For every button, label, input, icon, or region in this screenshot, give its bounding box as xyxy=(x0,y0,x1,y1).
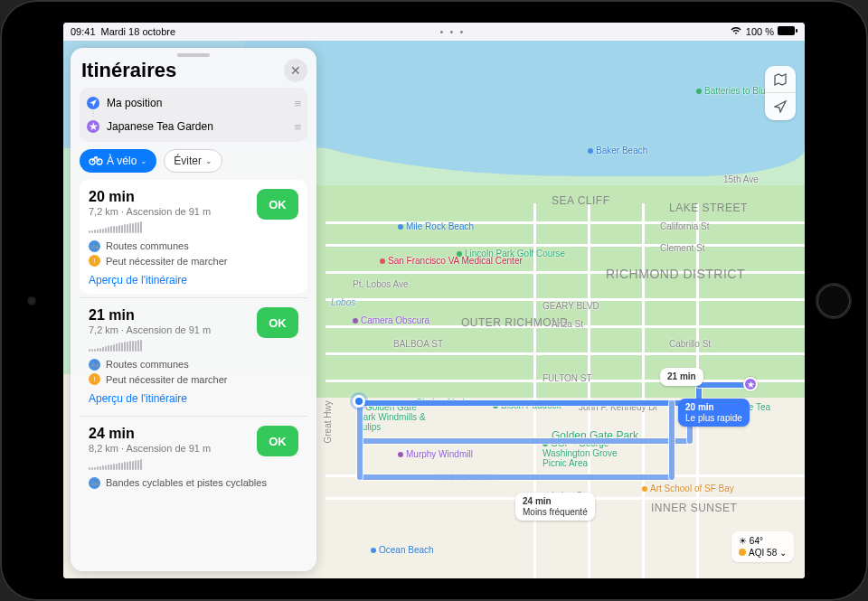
district-lake: LAKE STREET xyxy=(669,202,748,214)
go-button[interactable]: OK xyxy=(257,307,298,338)
poi-camera[interactable]: Camera Obscura xyxy=(353,315,429,325)
warning-icon: ! xyxy=(89,255,100,267)
battery-icon xyxy=(778,26,797,37)
poi-artschool[interactable]: Art School of SF Bay xyxy=(642,484,734,493)
elevation-chart xyxy=(89,457,211,470)
street-label: FULTON ST xyxy=(542,373,592,383)
ipad-frame: 09:41 Mardi 18 octobre • • • 100 % xyxy=(0,0,868,601)
panel-grabber[interactable] xyxy=(177,53,210,57)
map-mode-button[interactable] xyxy=(765,66,796,93)
status-date: Mardi 18 octobre xyxy=(101,26,176,37)
routes-list: 20 min 7,2 km · Ascension de 91 m OK 🚲Ro… xyxy=(71,180,316,571)
elevation-chart xyxy=(89,339,211,352)
reorder-handle-icon[interactable]: ≡ xyxy=(294,97,302,110)
directions-panel: Itinéraires ✕ Ma position ≡ ⋮ ★ Japanese… xyxy=(71,48,316,571)
street-label: California St xyxy=(660,221,709,231)
mode-label: À vélo xyxy=(107,155,137,167)
destination-marker[interactable]: ★ xyxy=(743,377,758,391)
route-sub: 7,2 km · Ascension de 91 m xyxy=(89,206,211,217)
route-tag: Routes communes xyxy=(106,239,189,254)
avoid-label: Éviter xyxy=(174,155,202,167)
battery-percent: 100 % xyxy=(746,26,774,37)
go-button[interactable]: OK xyxy=(257,189,298,220)
route-preview-link[interactable]: Aperçu de l'itinéraire xyxy=(89,274,298,286)
poi-baker[interactable]: Baker Beach xyxy=(588,146,647,155)
camera xyxy=(27,296,36,305)
route-callout-21[interactable]: 21 min xyxy=(660,368,703,386)
waypoint-from-label: Ma position xyxy=(107,97,294,109)
street-label: Great Hwy xyxy=(323,400,333,443)
origin-marker[interactable] xyxy=(353,395,365,408)
waypoint-to-label: Japanese Tea Garden xyxy=(107,120,294,133)
street-label: Anza St xyxy=(552,319,583,329)
street-label: Cabrillo St xyxy=(669,339,711,349)
route-preview-link[interactable]: Aperçu de l'itinéraire xyxy=(89,392,298,405)
chevron-down-icon: ⌄ xyxy=(205,156,212,165)
street-label: BALBOA ST xyxy=(393,339,443,349)
route-tag: Bandes cyclables et pistes cyclables xyxy=(106,475,267,491)
bicycle-icon xyxy=(89,155,103,168)
weather-pill[interactable]: ☀ 64° AQI 58 ⌄ xyxy=(731,531,794,562)
waypoint-to[interactable]: ★ Japanese Tea Garden ≡ xyxy=(87,115,302,138)
poi-lobos: Lobos xyxy=(331,297,355,307)
route-segment[interactable] xyxy=(696,382,750,388)
go-button[interactable]: OK xyxy=(257,426,298,456)
route-segment[interactable] xyxy=(357,400,701,406)
multitask-indicator[interactable]: • • • xyxy=(440,26,466,37)
route-segment-alt[interactable] xyxy=(669,400,675,480)
svg-rect-1 xyxy=(796,29,797,33)
route-tag: Peut nécessiter de marcher xyxy=(106,372,228,388)
screen: 09:41 Mardi 18 octobre • • • 100 % xyxy=(63,23,805,578)
route-tag: Routes communes xyxy=(106,357,189,372)
close-icon: ✕ xyxy=(290,63,301,78)
home-button[interactable] xyxy=(816,283,852,319)
route-segment-alt[interactable] xyxy=(357,400,363,480)
star-icon: ★ xyxy=(87,120,99,133)
route-sub: 7,2 km · Ascension de 91 m xyxy=(89,324,211,335)
route-card[interactable]: 20 min 7,2 km · Ascension de 91 m OK 🚲Ro… xyxy=(80,180,307,294)
district-richmond: RICHMOND DISTRICT xyxy=(606,267,745,281)
transport-mode-button[interactable]: À vélo ⌄ xyxy=(80,149,156,173)
bike-icon: 🚲 xyxy=(89,359,100,371)
bike-icon: 🚲 xyxy=(89,477,100,489)
route-callout-24[interactable]: 24 min Moins fréquenté xyxy=(515,493,595,521)
poi-murphy[interactable]: Murphy Windmill xyxy=(398,449,473,459)
status-bar: 09:41 Mardi 18 octobre • • • 100 % xyxy=(63,23,805,41)
svg-rect-0 xyxy=(778,26,795,35)
waypoints-card: Ma position ≡ ⋮ ★ Japanese Tea Garden ≡ xyxy=(80,88,307,142)
street-label: Pt. Lobos Ave xyxy=(353,279,409,289)
district-inner-sunset: INNER SUNSET xyxy=(651,502,737,514)
poi-ocean[interactable]: Ocean Beach xyxy=(371,545,434,555)
wifi-icon xyxy=(730,26,742,37)
route-time: 21 min xyxy=(89,307,211,324)
bike-icon: 🚲 xyxy=(89,240,100,252)
avoid-button[interactable]: Éviter ⌄ xyxy=(164,149,222,173)
waypoint-from[interactable]: Ma position ≡ xyxy=(87,91,302,115)
route-segment-alt[interactable] xyxy=(357,474,674,480)
route-card[interactable]: 21 min 7,2 km · Ascension de 91 m OK 🚲Ro… xyxy=(80,297,307,412)
map-controls xyxy=(765,66,796,120)
poi-vamc[interactable]: San Francisco VA Medical Center xyxy=(380,256,523,266)
street-label: Clement St xyxy=(660,243,704,253)
chevron-down-icon: ⌄ xyxy=(140,156,147,165)
route-tag: Peut nécessiter de marcher xyxy=(106,254,228,269)
elevation-chart xyxy=(89,221,211,233)
street-label: GEARY BLVD xyxy=(542,301,599,311)
route-time: 24 min xyxy=(89,426,211,442)
reorder-handle-icon[interactable]: ≡ xyxy=(294,120,302,134)
warning-icon: ! xyxy=(89,373,100,385)
route-callout-20[interactable]: 20 min Le plus rapide xyxy=(678,399,750,427)
route-sub: 8,2 km · Ascension de 91 m xyxy=(89,443,211,454)
route-segment-alt[interactable] xyxy=(357,438,692,444)
route-card[interactable]: 24 min 8,2 km · Ascension de 91 m OK 🚲Ba… xyxy=(80,416,307,498)
district-seacliff: SEA CLIFF xyxy=(552,194,610,207)
panel-title: Itinéraires xyxy=(81,59,176,82)
location-icon xyxy=(87,97,99,109)
status-time: 09:41 xyxy=(71,26,96,37)
locate-button[interactable] xyxy=(765,93,796,120)
poi-milerock[interactable]: Mile Rock Beach xyxy=(398,221,474,231)
street-label: 15th Ave xyxy=(723,174,759,184)
route-time: 20 min xyxy=(89,189,211,205)
close-button[interactable]: ✕ xyxy=(284,59,307,82)
